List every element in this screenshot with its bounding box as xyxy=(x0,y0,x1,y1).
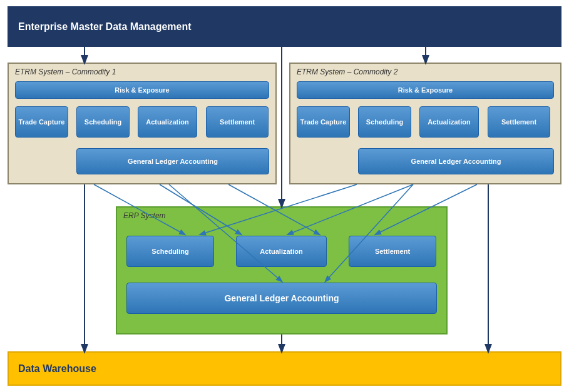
datawarehouse-label: Data Warehouse xyxy=(18,363,96,374)
erp-gl-accounting: General Ledger Accounting xyxy=(126,283,437,314)
enterprise-label: Enterprise Master Data Management xyxy=(18,21,192,33)
erp-actualization: Actualization xyxy=(236,236,327,267)
diagram-container: Enterprise Master Data Management ETRM S… xyxy=(0,0,569,392)
erp-scheduling: Scheduling xyxy=(126,236,214,267)
etrm2-label: ETRM System – Commodity 2 xyxy=(297,68,397,76)
etrm1-scheduling: Scheduling xyxy=(76,106,130,138)
erp-container: ERP System Scheduling Actualization Sett… xyxy=(116,206,448,334)
etrm2-trade-capture: Trade Capture xyxy=(297,106,350,138)
etrm1-gl-accounting: General Ledger Accounting xyxy=(76,148,269,174)
etrm2-actualization: Actualization xyxy=(419,106,479,138)
enterprise-bar: Enterprise Master Data Management xyxy=(8,6,561,47)
datawarehouse-bar: Data Warehouse xyxy=(8,351,561,386)
erp-settlement: Settlement xyxy=(349,236,436,267)
etrm1-container: ETRM System – Commodity 1 Risk & Exposur… xyxy=(8,63,277,184)
etrm1-trade-capture: Trade Capture xyxy=(15,106,68,138)
etrm2-settlement: Settlement xyxy=(488,106,550,138)
etrm2-risk-exposure: Risk & Exposure xyxy=(297,81,554,99)
etrm2-gl-accounting: General Ledger Accounting xyxy=(358,148,554,174)
etrm2-container: ETRM System – Commodity 2 Risk & Exposur… xyxy=(289,63,561,184)
etrm1-settlement: Settlement xyxy=(206,106,269,138)
etrm2-scheduling: Scheduling xyxy=(358,106,411,138)
erp-label: ERP System xyxy=(123,211,166,220)
etrm1-risk-exposure: Risk & Exposure xyxy=(15,81,269,99)
etrm1-actualization: Actualization xyxy=(138,106,197,138)
etrm1-label: ETRM System – Commodity 1 xyxy=(15,68,116,76)
